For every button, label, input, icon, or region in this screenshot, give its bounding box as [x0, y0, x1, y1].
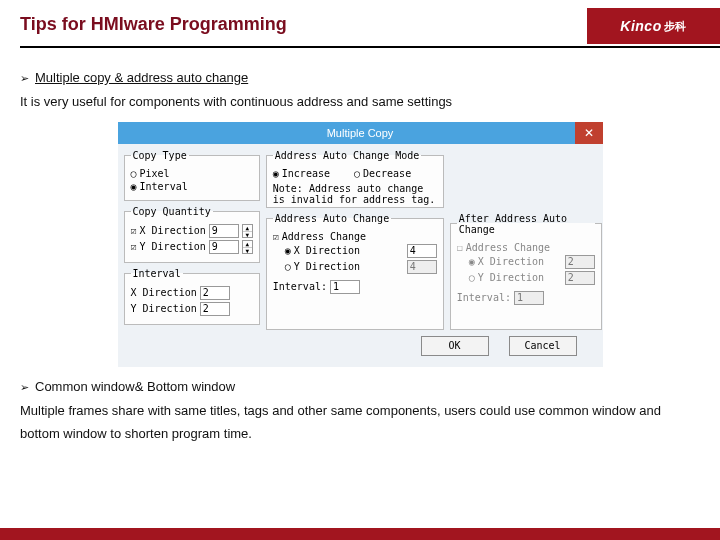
qty-x-input[interactable]	[209, 224, 239, 238]
interval-y-input[interactable]	[200, 302, 230, 316]
ac-x-input[interactable]	[407, 244, 437, 258]
legend-mode: Address Auto Change Mode	[273, 150, 422, 161]
bullet-multiple-copy: ➢ Multiple copy & address auto change	[20, 70, 700, 85]
group-interval: Interval X Direction Y Direction	[124, 268, 260, 325]
radio-after-x	[469, 256, 475, 267]
qty-y-spin[interactable]: ▲▼	[242, 240, 253, 254]
bullet-icon: ➢	[20, 72, 29, 85]
after-interval-input	[514, 291, 544, 305]
radio-after-y	[469, 272, 475, 283]
bullet-text-2: Common window& Bottom window	[35, 379, 235, 394]
group-mode: Address Auto Change Mode Increase Decrea…	[266, 150, 444, 208]
ac-interval-input[interactable]	[330, 280, 360, 294]
radio-increase[interactable]	[273, 168, 279, 179]
footer-bar	[0, 528, 720, 540]
radio-ac-x[interactable]	[285, 245, 291, 256]
group-copy-quantity: Copy Quantity X Direction ▲▼ Y Direction…	[124, 206, 260, 263]
chk-address-change[interactable]	[273, 231, 279, 242]
dialog-titlebar: Multiple Copy ✕	[118, 122, 603, 144]
after-y-input	[565, 271, 595, 285]
group-after: After Address Auto Change Address Change…	[450, 213, 602, 330]
brand-en: Kinco	[620, 18, 661, 34]
radio-ac-y[interactable]	[285, 261, 291, 272]
legend-interval: Interval	[131, 268, 183, 279]
legend-copy-qty: Copy Quantity	[131, 206, 213, 217]
brand-badge: Kinco 步科	[587, 8, 720, 44]
radio-interval[interactable]	[131, 181, 137, 192]
section2-desc: Multiple frames share with same titles, …	[20, 400, 700, 446]
legend-after: After Address Auto Change	[457, 213, 595, 235]
section1-desc: It is very useful for components with co…	[20, 91, 700, 114]
brand-cn: 步科	[664, 19, 687, 34]
dialog-title: Multiple Copy	[327, 127, 394, 139]
radio-pixel[interactable]	[131, 168, 137, 179]
mode-note: Note: Address auto change is invalid for…	[273, 183, 437, 205]
qty-y-input[interactable]	[209, 240, 239, 254]
chk-qty-y[interactable]	[131, 241, 137, 252]
group-copy-type: Copy Type Pixel Interval	[124, 150, 260, 201]
ac-y-input	[407, 260, 437, 274]
legend-copy-type: Copy Type	[131, 150, 189, 161]
close-icon: ✕	[584, 126, 594, 140]
ok-button[interactable]: OK	[421, 336, 489, 356]
after-x-input	[565, 255, 595, 269]
header-rule	[20, 46, 720, 48]
bullet-icon: ➢	[20, 381, 29, 394]
cancel-button[interactable]: Cancel	[509, 336, 577, 356]
slide-header: Tips for HMIware Programming Kinco 步科	[0, 0, 720, 56]
radio-decrease[interactable]	[354, 168, 360, 179]
multiple-copy-dialog: Multiple Copy ✕ Copy Type Pixel Interval…	[118, 122, 603, 367]
legend-auto-change: Address Auto Change	[273, 213, 391, 224]
group-auto-change: Address Auto Change Address Change X Dir…	[266, 213, 444, 330]
interval-x-input[interactable]	[200, 286, 230, 300]
qty-x-spin[interactable]: ▲▼	[242, 224, 253, 238]
close-button[interactable]: ✕	[575, 122, 603, 144]
chk-qty-x[interactable]	[131, 225, 137, 236]
chk-after-address[interactable]	[457, 242, 463, 253]
bullet-text: Multiple copy & address auto change	[35, 70, 248, 85]
bullet-common-window: ➢ Common window& Bottom window	[20, 379, 700, 394]
